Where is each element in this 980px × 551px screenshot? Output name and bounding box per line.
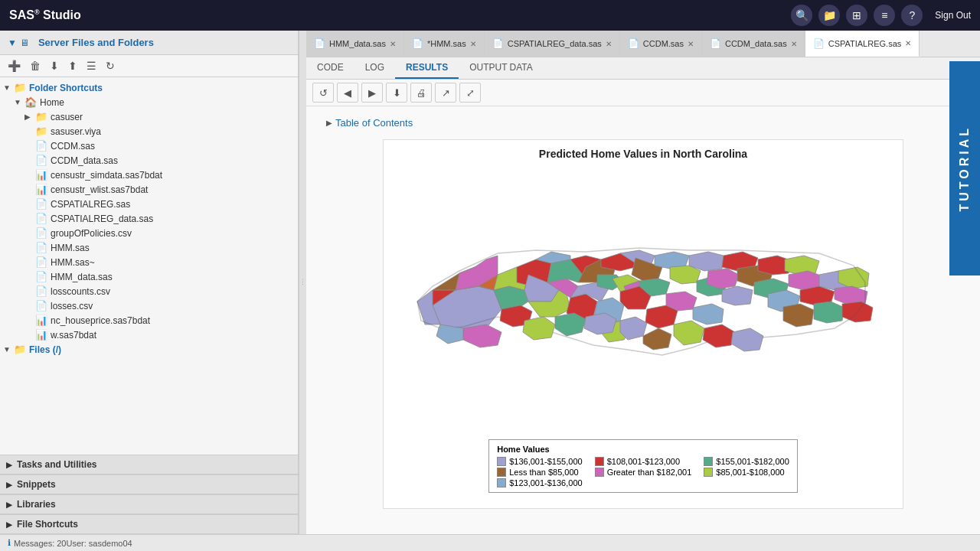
legend-color-0: [497, 457, 506, 466]
losses-label: losses.csv: [51, 301, 93, 311]
tutorial-text: TUTORIAL: [958, 126, 972, 212]
legend-color-1: [595, 457, 604, 466]
tab-hmm-close[interactable]: ✕: [470, 40, 476, 48]
censustr-simdata-item[interactable]: 📊 censustr_simdata.sas7bdat: [0, 168, 298, 182]
home-item[interactable]: ▼ 🏠 Home: [0, 95, 298, 109]
snippets-arrow-icon: ▶: [6, 481, 12, 489]
tab-ccdm-data-icon: 📄: [710, 38, 721, 49]
svg-marker-38: [707, 269, 739, 289]
tab-cspatialreg-data[interactable]: 📄 CSPATIALREG_data.sas ✕: [485, 31, 620, 57]
refresh-btn[interactable]: ↻: [103, 58, 118, 73]
tab-ccdm-data-close[interactable]: ✕: [791, 40, 797, 48]
map-legend: Home Values $136,001-$155,000 $108,001-$…: [488, 439, 798, 493]
losscounts-icon: 📄: [35, 285, 47, 297]
file-shortcuts-section[interactable]: ▶ File Shortcuts: [0, 514, 298, 534]
tab-hmm-data[interactable]: 📄 HMM_data.sas ✕: [306, 31, 404, 57]
hmm-data-icon: 📄: [35, 271, 47, 282]
refresh-results-btn[interactable]: ↺: [312, 83, 334, 103]
home-icon: 🏠: [24, 96, 37, 108]
search-icon-btn[interactable]: 🔍: [791, 5, 812, 26]
download-btn[interactable]: ⬇: [47, 58, 62, 73]
legend-label-3: Less than $85,000: [509, 468, 579, 477]
casuser-item[interactable]: ▶ 📁 casuser: [0, 109, 298, 124]
fullscreen-btn[interactable]: ⤢: [459, 83, 481, 103]
tab-cspatialreg-data-close[interactable]: ✕: [606, 40, 612, 48]
w-icon: 📊: [35, 329, 47, 341]
losses-item[interactable]: 📄 losses.csv: [0, 298, 298, 313]
print-btn[interactable]: 🖨: [410, 83, 432, 103]
folder-shortcuts-item[interactable]: ▼ 📁 Folder Shortcuts: [0, 80, 298, 95]
server-files-title: Server Files and Folders: [38, 37, 154, 48]
menu-icon-btn[interactable]: ≡: [874, 5, 895, 26]
tasks-utilities-section[interactable]: ▶ Tasks and Utilities: [0, 455, 298, 474]
help-icon-btn[interactable]: ?: [901, 5, 923, 26]
w-sas7bdat-item[interactable]: 📊 w.sas7bdat: [0, 328, 298, 342]
delete-btn[interactable]: 🗑: [27, 58, 44, 73]
svg-marker-63: [731, 328, 763, 351]
censustr-wlist-item[interactable]: 📊 censustr_wlist.sas7bdat: [0, 182, 298, 197]
svg-marker-31: [670, 266, 701, 284]
tab-ccdm-data[interactable]: 📄 CCDM_data.sas ✕: [702, 31, 805, 57]
grid-icon-btn[interactable]: ⊞: [846, 5, 867, 26]
file-shortcuts-label: File Shortcuts: [17, 519, 78, 530]
sign-out-link[interactable]: Sign Out: [935, 10, 971, 21]
hmm-data-item[interactable]: 📄 HMM_data.sas: [0, 269, 298, 284]
legend-wrapper: Home Values $136,001-$155,000 $108,001-$…: [391, 432, 895, 500]
tab-hmm[interactable]: 📄 *HMM.sas ✕: [404, 31, 485, 57]
toc-row[interactable]: ▶ Table of Contents: [322, 114, 965, 132]
snippets-section[interactable]: ▶ Snippets: [0, 474, 298, 494]
next-btn[interactable]: ▶: [361, 83, 383, 103]
legend-color-6: [497, 478, 506, 487]
external-link-btn[interactable]: ↗: [435, 83, 456, 103]
home-arrow: ▼: [14, 98, 24, 106]
hmm-sas-item[interactable]: 📄 HMM.sas: [0, 240, 298, 255]
server-files-icon: 🖥: [20, 37, 29, 48]
tab-ccdm-icon: 📄: [628, 38, 639, 49]
tab-ccdm-label: CCDM.sas: [643, 39, 684, 48]
group-policies-item[interactable]: 📄 groupOfPolicies.csv: [0, 226, 298, 240]
ccdm-data-sas-item[interactable]: 📄 CCDM_data.sas: [0, 153, 298, 168]
sasuser-viya-item[interactable]: 📁 sasuser.viya: [0, 124, 298, 139]
tab-ccdm[interactable]: 📄 CCDM.sas ✕: [620, 31, 702, 57]
nc-map-svg: [410, 168, 877, 428]
files-item[interactable]: ▼ 📁 Files (/): [0, 342, 298, 357]
download-results-btn[interactable]: ⬇: [386, 83, 407, 103]
tab-ccdm-data-label: CCDM_data.sas: [725, 39, 787, 48]
upload-btn[interactable]: ⬆: [65, 58, 80, 73]
tab-cspatialreg[interactable]: 📄 CSPATIALREG.sas ✕: [805, 31, 920, 57]
log-tab[interactable]: LOG: [354, 57, 395, 79]
hmm-sas-icon: 📄: [35, 242, 47, 253]
ccdm-sas-item[interactable]: 📄 CCDM.sas: [0, 139, 298, 153]
hmm-sas-tilde-item[interactable]: 📄 HMM.sas~: [0, 255, 298, 269]
sidebar-collapse-handle[interactable]: ···: [299, 31, 306, 534]
output-data-tab-label: OUTPUT DATA: [469, 62, 533, 73]
cspatialreg-item[interactable]: 📄 CSPATIALREG.sas: [0, 197, 298, 211]
new-item-btn[interactable]: ➕: [5, 58, 24, 73]
libraries-arrow-icon: ▶: [6, 500, 12, 509]
results-tab[interactable]: RESULTS: [395, 57, 459, 79]
prev-btn[interactable]: ◀: [337, 83, 358, 103]
tab-hmm-data-label: HMM_data.sas: [329, 39, 386, 48]
tutorial-banner[interactable]: TUTORIAL: [949, 61, 980, 276]
folder-icon-btn[interactable]: 📁: [818, 5, 840, 26]
censustr-wlist-icon: 📊: [35, 184, 47, 195]
nc-houseprice-item[interactable]: 📊 nc_houseprice.sas7bdat: [0, 313, 298, 328]
w-label: w.sas7bdat: [51, 330, 96, 341]
cspatialreg-data-item[interactable]: 📄 CSPATIALREG_data.sas: [0, 211, 298, 226]
properties-btn[interactable]: ☰: [83, 58, 100, 73]
legend-grid: $136,001-$155,000 $108,001-$123,000 $155…: [497, 457, 789, 487]
tab-hmm-data-close[interactable]: ✕: [390, 40, 396, 48]
censustr-sim-icon: 📊: [35, 169, 47, 181]
tasks-arrow-icon: ▶: [6, 461, 12, 469]
output-data-tab[interactable]: OUTPUT DATA: [459, 57, 544, 79]
libraries-label: Libraries: [17, 499, 56, 510]
sidebar: ▼ 🖥 Server Files and Folders ➕ 🗑 ⬇ ⬆ ☰ ↻…: [0, 31, 299, 534]
messages-status: Messages: 20: [14, 539, 66, 548]
tab-ccdm-close[interactable]: ✕: [688, 40, 694, 48]
libraries-section[interactable]: ▶ Libraries: [0, 494, 298, 514]
code-tab[interactable]: CODE: [306, 57, 354, 79]
losscounts-item[interactable]: 📄 losscounts.csv: [0, 284, 298, 298]
cspatialreg-data-label: CSPATIALREG_data.sas: [51, 214, 153, 224]
tab-cspatialreg-close[interactable]: ✕: [905, 39, 911, 47]
sidebar-collapse-arrow[interactable]: ▼: [8, 37, 17, 48]
